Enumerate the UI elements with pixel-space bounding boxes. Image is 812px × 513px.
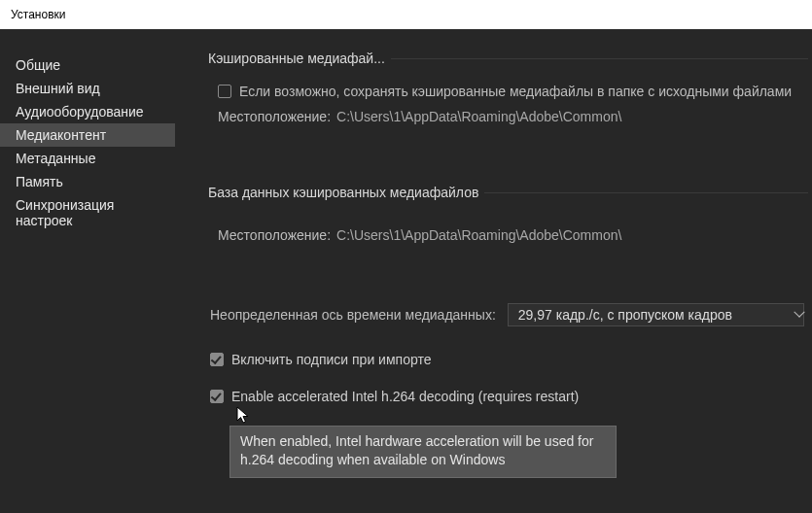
- timebase-label: Неопределенная ось времени медиаданных:: [210, 307, 496, 323]
- checkbox-label: Включить подписи при импорте: [231, 352, 431, 367]
- location-value: C:\Users\1\AppData\Roaming\Adobe\Common\: [336, 227, 621, 243]
- sidebar-item-appearance[interactable]: Внешний вид: [0, 77, 175, 100]
- tooltip-text: When enabled, Intel hardware acceleratio…: [240, 433, 593, 467]
- group-legend: База данных кэшированных медиафайлов: [208, 185, 484, 200]
- timebase-dropdown[interactable]: 29,97 кадр./с, с пропуском кадров: [508, 303, 804, 326]
- group-legend: Кэшированные медиафай...: [208, 51, 391, 66]
- group-media-cache-db: База данных кэшированных медиафайлов Мес…: [214, 185, 808, 274]
- tooltip: When enabled, Intel hardware acceleratio…: [229, 426, 617, 478]
- location-label: Местоположение:: [218, 109, 331, 124]
- sidebar-item-label: Аудиооборудование: [16, 104, 144, 120]
- checkbox-intel-h264[interactable]: [210, 390, 224, 403]
- sidebar-item-label: Метаданные: [16, 151, 95, 166]
- location-label: Местоположение:: [218, 227, 331, 243]
- sidebar-item-general[interactable]: Общие: [0, 53, 175, 77]
- row-cache-location: Местоположение: C:\Users\1\AppData\Roami…: [214, 109, 808, 124]
- sidebar-item-label: Синхронизация настроек: [16, 197, 114, 228]
- sidebar-item-label: Медиаконтент: [16, 127, 106, 143]
- sidebar-item-memory[interactable]: Память: [0, 170, 175, 193]
- row-indeterminate-timebase: Неопределенная ось времени медиаданных: …: [210, 303, 808, 326]
- checkbox-write-captions[interactable]: [210, 353, 224, 366]
- checkbox-save-next-to-originals[interactable]: [218, 85, 231, 98]
- sidebar-item-sync-settings[interactable]: Синхронизация настроек: [0, 193, 175, 232]
- sidebar-item-audio-hardware[interactable]: Аудиооборудование: [0, 100, 175, 123]
- sidebar-item-label: Внешний вид: [16, 81, 100, 96]
- sidebar-item-media[interactable]: Медиаконтент: [0, 123, 175, 147]
- sidebar-item-metadata[interactable]: Метаданные: [0, 147, 175, 170]
- row-db-location: Местоположение: C:\Users\1\AppData\Roami…: [214, 227, 808, 243]
- titlebar: Установки: [0, 0, 812, 29]
- row-intel-h264: Enable accelerated Intel h.264 decoding …: [210, 389, 808, 404]
- sidebar-item-label: Память: [16, 174, 63, 189]
- group-media-cache: Кэшированные медиафай... Если возможно, …: [214, 51, 808, 155]
- row-write-captions: Включить подписи при импорте: [210, 352, 808, 367]
- row-cache-save-next-to-originals: Если возможно, сохранять кэшированные ме…: [214, 84, 808, 99]
- checkbox-label: Enable accelerated Intel h.264 decoding …: [231, 389, 579, 404]
- location-value: C:\Users\1\AppData\Roaming\Adobe\Common\: [336, 109, 621, 124]
- sidebar-item-label: Общие: [16, 57, 60, 73]
- checkbox-label: Если возможно, сохранять кэшированные ме…: [239, 84, 792, 99]
- sidebar: Общие Внешний вид Аудиооборудование Меди…: [0, 29, 175, 513]
- dropdown-value: 29,97 кадр./с, с пропуском кадров: [518, 307, 732, 323]
- window-title: Установки: [11, 8, 65, 21]
